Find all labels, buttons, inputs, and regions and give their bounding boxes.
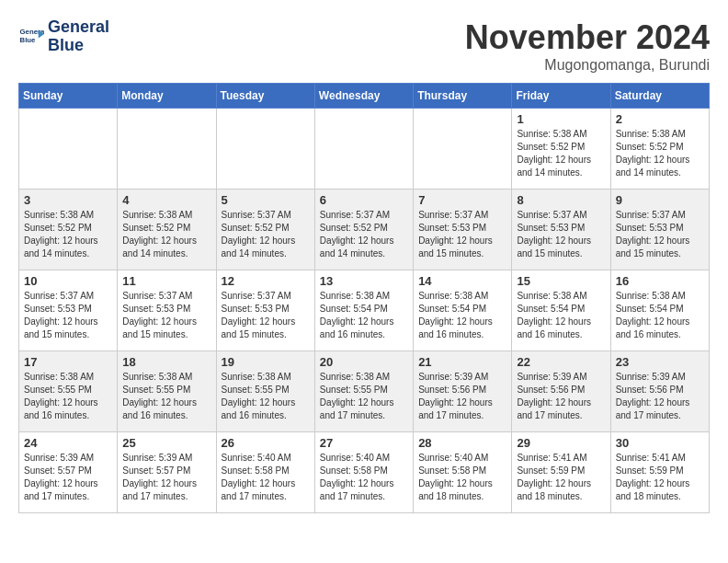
day-info: Sunrise: 5:38 AM Sunset: 5:52 PM Dayligh… [517,128,605,179]
day-number: 20 [320,355,408,369]
calendar-cell: 5Sunrise: 5:37 AM Sunset: 5:52 PM Daylig… [216,190,314,270]
weekday-header-monday: Monday [118,84,216,109]
calendar-cell: 21Sunrise: 5:39 AM Sunset: 5:56 PM Dayli… [414,351,512,432]
day-info: Sunrise: 5:39 AM Sunset: 5:56 PM Dayligh… [517,371,605,422]
day-number: 1 [517,112,605,126]
day-info: Sunrise: 5:38 AM Sunset: 5:52 PM Dayligh… [616,128,704,179]
calendar-cell: 7Sunrise: 5:37 AM Sunset: 5:53 PM Daylig… [414,190,512,270]
calendar-cell: 18Sunrise: 5:38 AM Sunset: 5:55 PM Dayli… [118,351,216,432]
weekday-header-wednesday: Wednesday [314,84,413,109]
calendar-week-1: 1Sunrise: 5:38 AM Sunset: 5:52 PM Daylig… [19,109,710,190]
weekday-header-thursday: Thursday [414,84,512,109]
day-number: 2 [616,112,704,126]
day-info: Sunrise: 5:37 AM Sunset: 5:52 PM Dayligh… [320,209,408,260]
day-info: Sunrise: 5:37 AM Sunset: 5:53 PM Dayligh… [418,209,506,260]
day-info: Sunrise: 5:38 AM Sunset: 5:55 PM Dayligh… [222,371,310,422]
day-number: 13 [320,274,408,288]
calendar-cell: 8Sunrise: 5:37 AM Sunset: 5:53 PM Daylig… [512,190,610,270]
logo-icon: General Blue [18,24,44,50]
day-info: Sunrise: 5:40 AM Sunset: 5:58 PM Dayligh… [222,452,310,503]
calendar-cell: 10Sunrise: 5:37 AM Sunset: 5:53 PM Dayli… [19,270,118,351]
day-number: 25 [122,436,210,450]
day-info: Sunrise: 5:41 AM Sunset: 5:59 PM Dayligh… [517,452,605,503]
day-number: 26 [222,436,310,450]
day-info: Sunrise: 5:38 AM Sunset: 5:55 PM Dayligh… [320,371,408,422]
weekday-header-tuesday: Tuesday [216,84,314,109]
day-info: Sunrise: 5:37 AM Sunset: 5:53 PM Dayligh… [616,209,704,260]
calendar-table: SundayMondayTuesdayWednesdayThursdayFrid… [18,83,710,513]
calendar-cell: 3Sunrise: 5:38 AM Sunset: 5:52 PM Daylig… [19,190,118,270]
calendar-cell [314,109,413,190]
day-info: Sunrise: 5:40 AM Sunset: 5:58 PM Dayligh… [320,452,408,503]
day-number: 6 [320,193,408,207]
day-info: Sunrise: 5:39 AM Sunset: 5:56 PM Dayligh… [616,371,704,422]
calendar-cell: 12Sunrise: 5:37 AM Sunset: 5:53 PM Dayli… [216,270,314,351]
day-number: 30 [616,436,704,450]
calendar-cell: 24Sunrise: 5:39 AM Sunset: 5:57 PM Dayli… [19,432,118,513]
logo-text: General Blue [48,18,109,55]
calendar-cell: 1Sunrise: 5:38 AM Sunset: 5:52 PM Daylig… [512,109,610,190]
day-info: Sunrise: 5:38 AM Sunset: 5:55 PM Dayligh… [122,371,210,422]
calendar-cell: 23Sunrise: 5:39 AM Sunset: 5:56 PM Dayli… [610,351,709,432]
weekday-header-saturday: Saturday [610,84,709,109]
day-number: 5 [222,193,310,207]
day-info: Sunrise: 5:38 AM Sunset: 5:52 PM Dayligh… [24,209,112,260]
calendar-cell: 17Sunrise: 5:38 AM Sunset: 5:55 PM Dayli… [19,351,118,432]
calendar-cell: 13Sunrise: 5:38 AM Sunset: 5:54 PM Dayli… [314,270,413,351]
day-info: Sunrise: 5:40 AM Sunset: 5:58 PM Dayligh… [418,452,506,503]
calendar-cell: 2Sunrise: 5:38 AM Sunset: 5:52 PM Daylig… [610,109,709,190]
calendar-cell: 30Sunrise: 5:41 AM Sunset: 5:59 PM Dayli… [610,432,709,513]
calendar-cell: 15Sunrise: 5:38 AM Sunset: 5:54 PM Dayli… [512,270,610,351]
day-info: Sunrise: 5:38 AM Sunset: 5:54 PM Dayligh… [320,290,408,341]
calendar-cell [216,109,314,190]
calendar-cell: 26Sunrise: 5:40 AM Sunset: 5:58 PM Dayli… [216,432,314,513]
weekday-header-sunday: Sunday [19,84,118,109]
day-number: 11 [122,274,210,288]
calendar-cell: 4Sunrise: 5:38 AM Sunset: 5:52 PM Daylig… [118,190,216,270]
calendar-cell [19,109,118,190]
day-number: 27 [320,436,408,450]
day-number: 9 [616,193,704,207]
calendar-cell [414,109,512,190]
day-number: 15 [517,274,605,288]
calendar-cell: 6Sunrise: 5:37 AM Sunset: 5:52 PM Daylig… [314,190,413,270]
calendar-week-2: 3Sunrise: 5:38 AM Sunset: 5:52 PM Daylig… [19,190,710,270]
day-number: 21 [418,355,506,369]
weekday-header-row: SundayMondayTuesdayWednesdayThursdayFrid… [19,84,710,109]
calendar-cell: 9Sunrise: 5:37 AM Sunset: 5:53 PM Daylig… [610,190,709,270]
day-number: 16 [616,274,704,288]
calendar-week-4: 17Sunrise: 5:38 AM Sunset: 5:55 PM Dayli… [19,351,710,432]
calendar-cell: 19Sunrise: 5:38 AM Sunset: 5:55 PM Dayli… [216,351,314,432]
day-info: Sunrise: 5:39 AM Sunset: 5:57 PM Dayligh… [122,452,210,503]
day-number: 29 [517,436,605,450]
title-block: November 2024 Mugongomanga, Burundi [465,18,710,74]
calendar-cell: 14Sunrise: 5:38 AM Sunset: 5:54 PM Dayli… [414,270,512,351]
day-info: Sunrise: 5:38 AM Sunset: 5:54 PM Dayligh… [616,290,704,341]
day-number: 23 [616,355,704,369]
day-number: 17 [24,355,112,369]
day-number: 22 [517,355,605,369]
day-info: Sunrise: 5:37 AM Sunset: 5:53 PM Dayligh… [122,290,210,341]
weekday-header-friday: Friday [512,84,610,109]
day-info: Sunrise: 5:37 AM Sunset: 5:53 PM Dayligh… [517,209,605,260]
day-number: 10 [24,274,112,288]
calendar-cell: 28Sunrise: 5:40 AM Sunset: 5:58 PM Dayli… [414,432,512,513]
day-info: Sunrise: 5:38 AM Sunset: 5:54 PM Dayligh… [418,290,506,341]
day-number: 19 [222,355,310,369]
calendar-cell: 25Sunrise: 5:39 AM Sunset: 5:57 PM Dayli… [118,432,216,513]
calendar-cell: 20Sunrise: 5:38 AM Sunset: 5:55 PM Dayli… [314,351,413,432]
calendar-cell: 29Sunrise: 5:41 AM Sunset: 5:59 PM Dayli… [512,432,610,513]
day-info: Sunrise: 5:37 AM Sunset: 5:52 PM Dayligh… [222,209,310,260]
day-info: Sunrise: 5:41 AM Sunset: 5:59 PM Dayligh… [616,452,704,503]
day-number: 24 [24,436,112,450]
logo: General Blue General Blue [18,18,109,55]
calendar-cell: 11Sunrise: 5:37 AM Sunset: 5:53 PM Dayli… [118,270,216,351]
svg-text:Blue: Blue [20,36,37,44]
day-info: Sunrise: 5:38 AM Sunset: 5:55 PM Dayligh… [24,371,112,422]
page-header: General Blue General Blue November 2024 … [18,18,710,74]
day-number: 28 [418,436,506,450]
day-number: 8 [517,193,605,207]
day-number: 12 [222,274,310,288]
day-info: Sunrise: 5:37 AM Sunset: 5:53 PM Dayligh… [24,290,112,341]
calendar-cell: 27Sunrise: 5:40 AM Sunset: 5:58 PM Dayli… [314,432,413,513]
